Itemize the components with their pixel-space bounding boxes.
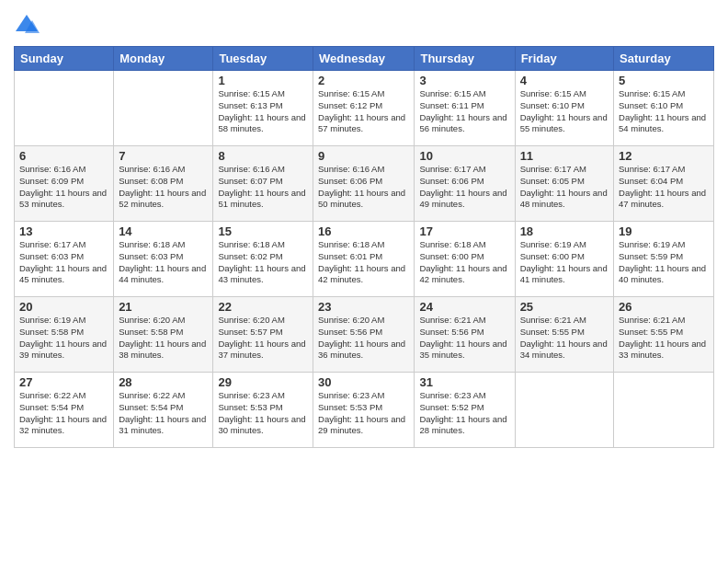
calendar-cell: 2Sunrise: 6:15 AM Sunset: 6:12 PM Daylig…	[313, 71, 415, 146]
header	[14, 9, 714, 39]
calendar-cell: 11Sunrise: 6:17 AM Sunset: 6:05 PM Dayli…	[515, 146, 613, 222]
calendar-week-row: 1Sunrise: 6:15 AM Sunset: 6:13 PM Daylig…	[15, 71, 714, 146]
day-number: 15	[218, 224, 308, 238]
day-number: 21	[119, 300, 208, 314]
day-info: Sunrise: 6:17 AM Sunset: 6:05 PM Dayligh…	[520, 164, 609, 211]
day-info: Sunrise: 6:16 AM Sunset: 6:08 PM Dayligh…	[119, 164, 208, 211]
calendar-cell: 31Sunrise: 6:23 AM Sunset: 5:52 PM Dayli…	[415, 373, 515, 448]
calendar-cell: 20Sunrise: 6:19 AM Sunset: 5:58 PM Dayli…	[15, 297, 114, 373]
calendar-cell: 8Sunrise: 6:16 AM Sunset: 6:07 PM Daylig…	[213, 146, 313, 222]
weekday-header: Friday	[515, 47, 613, 71]
calendar-cell: 27Sunrise: 6:22 AM Sunset: 5:54 PM Dayli…	[15, 373, 114, 448]
day-number: 22	[218, 300, 308, 314]
day-info: Sunrise: 6:21 AM Sunset: 5:55 PM Dayligh…	[520, 315, 609, 362]
weekday-header: Thursday	[415, 47, 515, 71]
day-number: 9	[318, 149, 409, 163]
day-info: Sunrise: 6:15 AM Sunset: 6:10 PM Dayligh…	[520, 88, 609, 135]
day-info: Sunrise: 6:16 AM Sunset: 6:09 PM Dayligh…	[19, 164, 108, 211]
calendar-cell	[114, 71, 213, 146]
day-number: 6	[19, 149, 108, 163]
day-info: Sunrise: 6:16 AM Sunset: 6:06 PM Dayligh…	[318, 164, 409, 211]
day-info: Sunrise: 6:17 AM Sunset: 6:03 PM Dayligh…	[19, 239, 108, 286]
day-number: 17	[419, 224, 509, 238]
day-info: Sunrise: 6:17 AM Sunset: 6:04 PM Dayligh…	[619, 164, 709, 211]
calendar-cell: 25Sunrise: 6:21 AM Sunset: 5:55 PM Dayli…	[515, 297, 613, 373]
day-number: 7	[119, 149, 208, 163]
calendar-cell	[614, 373, 714, 448]
weekday-header: Monday	[114, 47, 213, 71]
day-info: Sunrise: 6:19 AM Sunset: 5:59 PM Dayligh…	[619, 239, 709, 286]
calendar-cell	[515, 373, 613, 448]
logo-icon	[14, 13, 40, 39]
calendar-cell: 18Sunrise: 6:19 AM Sunset: 6:00 PM Dayli…	[515, 222, 613, 297]
calendar-cell: 14Sunrise: 6:18 AM Sunset: 6:03 PM Dayli…	[114, 222, 213, 297]
day-info: Sunrise: 6:20 AM Sunset: 5:57 PM Dayligh…	[218, 315, 308, 362]
day-info: Sunrise: 6:17 AM Sunset: 6:06 PM Dayligh…	[419, 164, 509, 211]
calendar-cell: 5Sunrise: 6:15 AM Sunset: 6:10 PM Daylig…	[614, 71, 714, 146]
day-number: 20	[19, 300, 108, 314]
day-info: Sunrise: 6:15 AM Sunset: 6:13 PM Dayligh…	[218, 88, 308, 135]
calendar-cell: 28Sunrise: 6:22 AM Sunset: 5:54 PM Dayli…	[114, 373, 213, 448]
day-number: 13	[19, 224, 108, 238]
calendar-cell: 17Sunrise: 6:18 AM Sunset: 6:00 PM Dayli…	[415, 222, 515, 297]
day-info: Sunrise: 6:15 AM Sunset: 6:12 PM Dayligh…	[318, 88, 409, 135]
day-info: Sunrise: 6:18 AM Sunset: 6:03 PM Dayligh…	[119, 239, 208, 286]
day-info: Sunrise: 6:18 AM Sunset: 6:00 PM Dayligh…	[419, 239, 509, 286]
day-number: 28	[119, 375, 208, 389]
page: SundayMondayTuesdayWednesdayThursdayFrid…	[0, 0, 728, 563]
day-number: 31	[419, 375, 509, 389]
calendar-week-row: 20Sunrise: 6:19 AM Sunset: 5:58 PM Dayli…	[15, 297, 714, 373]
day-number: 19	[619, 224, 709, 238]
calendar-cell: 12Sunrise: 6:17 AM Sunset: 6:04 PM Dayli…	[614, 146, 714, 222]
calendar-cell: 13Sunrise: 6:17 AM Sunset: 6:03 PM Dayli…	[15, 222, 114, 297]
day-info: Sunrise: 6:16 AM Sunset: 6:07 PM Dayligh…	[218, 164, 308, 211]
day-number: 5	[619, 74, 709, 87]
day-info: Sunrise: 6:23 AM Sunset: 5:52 PM Dayligh…	[419, 390, 509, 437]
day-info: Sunrise: 6:23 AM Sunset: 5:53 PM Dayligh…	[318, 390, 409, 437]
day-number: 16	[318, 224, 409, 238]
day-info: Sunrise: 6:18 AM Sunset: 6:02 PM Dayligh…	[218, 239, 308, 286]
day-info: Sunrise: 6:22 AM Sunset: 5:54 PM Dayligh…	[19, 390, 108, 437]
calendar-cell: 6Sunrise: 6:16 AM Sunset: 6:09 PM Daylig…	[15, 146, 114, 222]
calendar-cell: 1Sunrise: 6:15 AM Sunset: 6:13 PM Daylig…	[213, 71, 313, 146]
calendar-cell: 3Sunrise: 6:15 AM Sunset: 6:11 PM Daylig…	[415, 71, 515, 146]
calendar-cell: 24Sunrise: 6:21 AM Sunset: 5:56 PM Dayli…	[415, 297, 515, 373]
calendar-cell: 29Sunrise: 6:23 AM Sunset: 5:53 PM Dayli…	[213, 373, 313, 448]
day-number: 29	[218, 375, 308, 389]
calendar-cell: 21Sunrise: 6:20 AM Sunset: 5:58 PM Dayli…	[114, 297, 213, 373]
calendar-week-row: 27Sunrise: 6:22 AM Sunset: 5:54 PM Dayli…	[15, 373, 714, 448]
day-info: Sunrise: 6:21 AM Sunset: 5:56 PM Dayligh…	[419, 315, 509, 362]
calendar-cell: 7Sunrise: 6:16 AM Sunset: 6:08 PM Daylig…	[114, 146, 213, 222]
day-number: 25	[520, 300, 609, 314]
day-info: Sunrise: 6:15 AM Sunset: 6:11 PM Dayligh…	[419, 88, 509, 135]
day-number: 12	[619, 149, 709, 163]
day-number: 1	[218, 74, 308, 87]
day-info: Sunrise: 6:22 AM Sunset: 5:54 PM Dayligh…	[119, 390, 208, 437]
weekday-header: Tuesday	[213, 47, 313, 71]
day-number: 18	[520, 224, 609, 238]
day-info: Sunrise: 6:20 AM Sunset: 5:56 PM Dayligh…	[318, 315, 409, 362]
day-info: Sunrise: 6:20 AM Sunset: 5:58 PM Dayligh…	[119, 315, 208, 362]
day-info: Sunrise: 6:21 AM Sunset: 5:55 PM Dayligh…	[619, 315, 709, 362]
calendar-cell: 22Sunrise: 6:20 AM Sunset: 5:57 PM Dayli…	[213, 297, 313, 373]
weekday-header: Wednesday	[313, 47, 415, 71]
day-number: 26	[619, 300, 709, 314]
day-info: Sunrise: 6:18 AM Sunset: 6:01 PM Dayligh…	[318, 239, 409, 286]
calendar-cell: 16Sunrise: 6:18 AM Sunset: 6:01 PM Dayli…	[313, 222, 415, 297]
day-number: 3	[419, 74, 509, 87]
calendar-cell: 19Sunrise: 6:19 AM Sunset: 5:59 PM Dayli…	[614, 222, 714, 297]
weekday-header: Saturday	[614, 47, 714, 71]
day-number: 4	[520, 74, 609, 87]
calendar-cell: 23Sunrise: 6:20 AM Sunset: 5:56 PM Dayli…	[313, 297, 415, 373]
calendar-cell	[15, 71, 114, 146]
calendar-cell: 15Sunrise: 6:18 AM Sunset: 6:02 PM Dayli…	[213, 222, 313, 297]
calendar-cell: 9Sunrise: 6:16 AM Sunset: 6:06 PM Daylig…	[313, 146, 415, 222]
day-info: Sunrise: 6:19 AM Sunset: 6:00 PM Dayligh…	[520, 239, 609, 286]
day-number: 11	[520, 149, 609, 163]
day-number: 27	[19, 375, 108, 389]
day-number: 10	[419, 149, 509, 163]
day-number: 24	[419, 300, 509, 314]
day-number: 30	[318, 375, 409, 389]
day-number: 8	[218, 149, 308, 163]
calendar: SundayMondayTuesdayWednesdayThursdayFrid…	[14, 46, 714, 448]
